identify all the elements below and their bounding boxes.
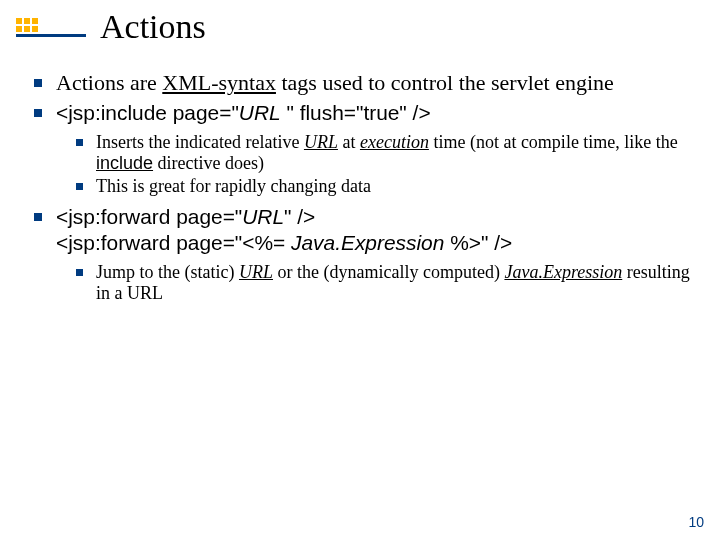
text: or the (dynamically computed): [273, 262, 504, 282]
slide-number: 10: [688, 514, 704, 530]
jsp-include-code: <jsp:include page="URL " flush="true" />: [56, 101, 431, 124]
bullet-2: <jsp:include page="URL " flush="true" />…: [28, 100, 692, 198]
text: Actions are: [56, 70, 162, 95]
text: Jump to the (static): [96, 262, 239, 282]
bullet-1: Actions are XML-syntax tags used to cont…: [28, 70, 692, 96]
text: Inserts the indicated relative: [96, 132, 304, 152]
bullet-3-sub-1: Jump to the (static) URL or the (dynamic…: [56, 262, 692, 304]
bullet-2-sub-2: This is great for rapidly changing data: [56, 176, 692, 197]
code-post: " flush="true" />: [281, 101, 431, 124]
slide: Actions Actions are XML-syntax tags used…: [0, 0, 720, 540]
execution-word: execution: [360, 132, 429, 152]
include-word: include: [96, 153, 153, 173]
code-expr: Java.Expression: [291, 231, 444, 254]
bullet-2-sub-1: Inserts the indicated relative URL at ex…: [56, 132, 692, 174]
bullet-3: <jsp:forward page="URL" /> <jsp:forward …: [28, 204, 692, 304]
url-word: URL: [239, 262, 273, 282]
text: at: [338, 132, 360, 152]
code-post: %>" />: [444, 231, 512, 254]
title-band: Actions: [16, 8, 206, 46]
code-pre: <jsp:forward page="<%=: [56, 231, 291, 254]
title-decoration: [16, 18, 86, 37]
jsp-forward-url-code: <jsp:forward page="URL" />: [56, 205, 315, 228]
code-url: URL: [242, 205, 284, 228]
jsp-forward-expr-code: <jsp:forward page="<%= Java.Expression %…: [56, 231, 512, 254]
code-pre: <jsp:forward page=": [56, 205, 242, 228]
slide-title: Actions: [100, 8, 206, 46]
slide-body: Actions are XML-syntax tags used to cont…: [28, 70, 692, 310]
text: directive does): [153, 153, 264, 173]
code-url: URL: [239, 101, 281, 124]
xml-syntax: XML-syntax: [162, 70, 276, 95]
code-post: " />: [284, 205, 315, 228]
java-expression-word: Java.Expression: [504, 262, 622, 282]
code-pre: <jsp:include page=": [56, 101, 239, 124]
text: tags used to control the servlet engine: [276, 70, 614, 95]
text: time (not at compile time, like the: [429, 132, 678, 152]
url-word: URL: [304, 132, 338, 152]
